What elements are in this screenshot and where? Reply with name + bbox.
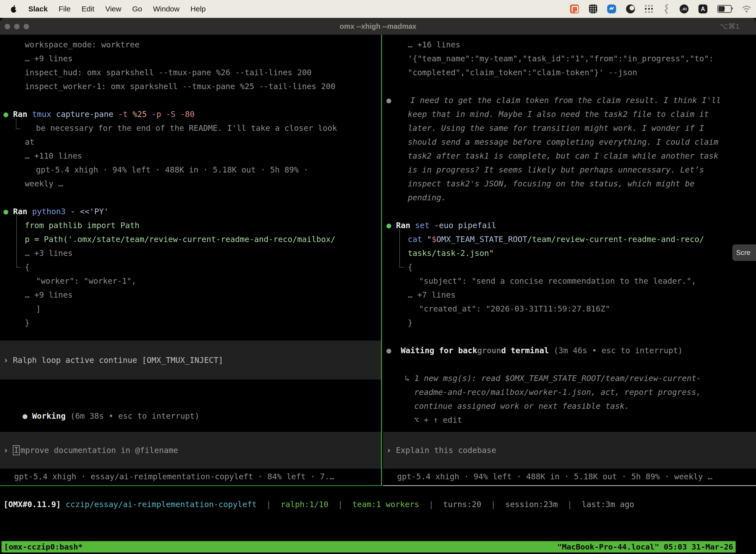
terminal-line: ↳ 1 new msg(s): read $OMX_TEAM_STATE_ROO… xyxy=(383,371,756,385)
terminal-line: '{"team_name":"my-team","task_id":"1","f… xyxy=(383,52,756,65)
terminal-line: cat "$OMX_TEAM_STATE_ROOT/team/review-cu… xyxy=(383,232,756,246)
terminal-line: ⌥ + ↑ edit xyxy=(383,413,756,427)
terminal-line: p = Path('.omx/state/team/review-current… xyxy=(0,232,381,246)
output-gutter-rule xyxy=(16,119,20,129)
terminal-line: later. Using the same for transition mig… xyxy=(383,121,756,135)
menu-item-go[interactable]: Go xyxy=(132,5,142,13)
window-title: omx --xhigh --madmax xyxy=(0,18,756,35)
terminal-line: } xyxy=(0,316,381,330)
menu-items: SlackFileEditViewGoWindowHelp xyxy=(0,5,206,13)
battery-icon[interactable] xyxy=(717,5,732,13)
terminal-line: ] xyxy=(0,302,381,316)
terminal-output: workspace_mode: worktree… +9 linesinspec… xyxy=(0,35,381,330)
screenshot-tooltip: Scre xyxy=(733,244,756,261)
apple-icon[interactable] xyxy=(10,5,17,13)
status-segment: cczip/essay/ai-reimplementation-copyleft xyxy=(65,500,257,509)
terminal-pane-leader[interactable]: workspace_mode: worktree… +9 linesinspec… xyxy=(0,35,382,486)
text-cursor: I xyxy=(13,445,19,455)
crescent-icon[interactable] xyxy=(626,4,635,13)
input-placeholder: Explain this codebase xyxy=(396,446,496,455)
menu-bar: SlackFileEditViewGoWindowHelp ..61 A xyxy=(0,0,756,18)
terminal-line: inspect task2's JSON, focusing on the st… xyxy=(383,177,756,190)
chat-icon[interactable] xyxy=(570,4,579,13)
status-segment: | xyxy=(558,500,582,509)
terminal-line: { xyxy=(383,260,756,274)
terminal-line xyxy=(383,205,756,218)
prompt-arrow-icon: › xyxy=(0,355,13,365)
output-gutter-rule xyxy=(16,215,21,268)
status-segment: | xyxy=(257,500,280,509)
terminal-line: "subject": "send a concise recommendatio… xyxy=(383,274,756,288)
a-key-icon[interactable]: A xyxy=(698,4,707,13)
status-segment: last:3m ago xyxy=(582,500,634,509)
terminal-line: … +9 lines xyxy=(0,52,381,65)
terminal-line: readme-and-reco/mailbox/worker-1.json, a… xyxy=(383,385,756,399)
menu-item-edit[interactable]: Edit xyxy=(82,5,94,13)
terminal-line: … +110 lines xyxy=(0,149,381,163)
terminal-line: inspect_worker-1: omx sparkshell --tmux-… xyxy=(0,79,381,93)
terminal-line xyxy=(383,357,756,371)
tmux-status-bar[interactable]: [omx-cczip0:bash* "MacBook-Pro-44.local"… xyxy=(1,541,736,553)
status-icon-strip: ..61 A xyxy=(570,0,752,18)
terminal-line: inspect_hud: omx sparkshell --tmux-pane … xyxy=(0,65,381,79)
status-segment: turns:20 xyxy=(443,500,481,509)
status-segment: | xyxy=(419,500,443,509)
output-gutter-rule xyxy=(399,229,404,268)
prompt-input-right[interactable]: ›Explain this codebase xyxy=(383,432,756,468)
menu-item-window[interactable]: Window xyxy=(153,5,180,13)
menu-item-file[interactable]: File xyxy=(59,5,70,13)
terminal-line: "worker": "worker-1", xyxy=(0,274,381,288)
notice-text: Ralph loop active continue [OMX_TMUX_INJ… xyxy=(13,355,223,365)
model-status-line: gpt-5.4 xhigh · 94% left · 488K in · 5.1… xyxy=(383,469,756,484)
terminal-line xyxy=(0,93,381,107)
terminal-line: { xyxy=(0,260,381,274)
terminal-line: is in progress? It seems likely but perh… xyxy=(383,163,756,177)
input-placeholder: mprove documentation in @filename xyxy=(20,446,178,455)
terminal-line: gpt-5.4 xhigh · 94% left · 488K in · 5.1… xyxy=(0,163,381,177)
status-segment: ralph:1/10 xyxy=(280,500,328,509)
blue-badge-icon[interactable] xyxy=(607,4,616,13)
prompt-input-left[interactable]: ›Improve documentation in @filename xyxy=(0,432,381,468)
terminal-line: … +3 lines xyxy=(0,246,381,260)
terminal-output: … +16 lines'{"team_name":"my-team","task… xyxy=(383,35,756,427)
terminal-line: "completed","claim_token":"claim-token"}… xyxy=(383,65,756,79)
wifi-icon[interactable] xyxy=(742,5,752,13)
terminal-line: keep that in mind. Maybe I also need the… xyxy=(383,107,756,121)
terminal-line: ● I need to get the claim token from the… xyxy=(383,93,756,107)
squiggle-icon[interactable] xyxy=(663,4,670,14)
tmux-host-clock: "MacBook-Pro-44.local" 05:03 31-Mar-26 xyxy=(557,542,733,551)
terminal-line xyxy=(383,330,756,343)
prompt-arrow-icon: › xyxy=(0,446,13,455)
menu-item-view[interactable]: View xyxy=(105,5,121,13)
status-segment: | xyxy=(328,500,352,509)
notice-ralph-loop: ›Ralph loop active continue [OMX_TMUX_IN… xyxy=(0,340,381,380)
terminal-line: … +7 lines xyxy=(383,288,756,302)
status-segment: team:1 workers xyxy=(352,500,419,509)
menu-item-slack[interactable]: Slack xyxy=(28,5,48,13)
shield-grid-icon[interactable] xyxy=(589,4,597,14)
working-detail: (6m 38s • esc to interrupt) xyxy=(65,411,199,421)
terminal-line: be necessary for the end of the README. … xyxy=(0,121,381,135)
dots-grid-icon[interactable] xyxy=(645,5,653,13)
omx-status-line: [OMX#0.11.9] cczip/essay/ai-reimplementa… xyxy=(3,497,634,511)
menu-item-help[interactable]: Help xyxy=(190,5,206,13)
terminal-line: "created_at": "2026-03-31T11:59:27.816Z" xyxy=(383,302,756,316)
tmux-session-tab[interactable]: [omx-cczip0:bash* xyxy=(4,542,82,551)
terminal-line: pending. xyxy=(383,190,756,205)
terminal-line: from pathlib import Path xyxy=(0,218,381,232)
terminal-line: ● Ran tmux capture-pane -t %25 -p -S -80 xyxy=(0,107,381,121)
circle-61-icon[interactable]: ..61 xyxy=(680,4,689,13)
terminal-line: ● Ran python3 - <<'PY' xyxy=(0,205,381,218)
status-segment xyxy=(61,500,65,509)
status-bullet-icon: ● xyxy=(22,411,27,421)
terminal-pane-worker[interactable]: … +16 lines'{"team_name":"my-team","task… xyxy=(383,35,756,486)
working-label: Working xyxy=(32,411,66,421)
terminal-line: at xyxy=(0,135,381,149)
model-status-line: gpt-5.4 xhigh · essay/ai-reimplementatio… xyxy=(0,469,381,484)
terminal-line: workspace_mode: worktree xyxy=(0,38,381,52)
terminal-line xyxy=(0,190,381,205)
status-segment: | xyxy=(482,500,505,509)
prompt-arrow-icon: › xyxy=(383,446,396,455)
terminal-line: should send a message before completing … xyxy=(383,135,756,149)
terminal-line: task2 after task1 is complete, but can I… xyxy=(383,149,756,163)
